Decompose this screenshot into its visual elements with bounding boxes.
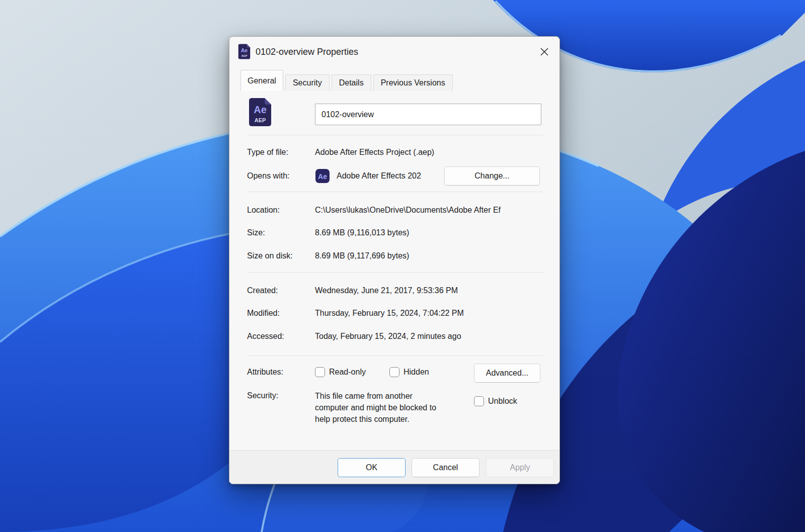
size-on-disk-value: 8.69 MB (9,117,696 bytes) — [315, 251, 409, 260]
type-of-file-value: Adobe After Effects Project (.aep) — [315, 148, 434, 157]
hidden-label: Hidden — [404, 368, 429, 377]
size-label: Size: — [247, 228, 265, 237]
aep-file-icon-large: Ae AEP — [249, 98, 272, 127]
created-value: Wednesday, June 21, 2017, 9:53:36 PM — [315, 286, 458, 295]
hidden-checkbox[interactable] — [389, 367, 399, 377]
modified-value: Thursday, February 15, 2024, 7:04:22 PM — [315, 309, 464, 318]
security-warning-text: This file came from another computer and… — [315, 390, 481, 425]
filename-input[interactable] — [315, 104, 541, 125]
tab-general[interactable]: General — [240, 70, 283, 91]
after-effects-app-icon: Ae — [315, 168, 330, 184]
change-button[interactable]: Change... — [444, 166, 540, 186]
modified-label: Modified: — [247, 309, 280, 318]
attributes-label: Attributes: — [247, 368, 283, 377]
general-tab-page: Ae AEP Type of file: Adobe After Effects… — [229, 37, 559, 484]
opens-with-value: Adobe After Effects 202 — [337, 171, 443, 181]
size-value: 8.69 MB (9,116,013 bytes) — [315, 228, 409, 237]
unblock-checkbox[interactable] — [474, 396, 484, 406]
aep-badge-text: Ae — [254, 104, 267, 115]
size-on-disk-label: Size on disk: — [247, 251, 293, 260]
type-of-file-label: Type of file: — [247, 148, 288, 157]
read-only-label: Read-only — [329, 368, 366, 377]
apply-button[interactable]: Apply — [486, 458, 554, 477]
read-only-checkbox[interactable] — [315, 367, 325, 377]
cancel-button[interactable]: Cancel — [412, 458, 479, 477]
accessed-label: Accessed: — [247, 332, 284, 341]
separator — [247, 135, 543, 135]
app-badge-text: Ae — [318, 172, 327, 181]
location-value: C:\Users\lukas\OneDrive\Documents\Adobe … — [315, 206, 543, 215]
properties-dialog: Ae AEP 0102-overview Properties General … — [229, 36, 560, 484]
separator — [247, 356, 543, 356]
separator — [247, 192, 543, 192]
separator — [247, 272, 543, 273]
opens-with-label: Opens with: — [247, 171, 289, 181]
aep-extension-text: AEP — [255, 117, 266, 123]
accessed-value: Today, February 15, 2024, 2 minutes ago — [315, 332, 461, 341]
created-label: Created: — [247, 286, 278, 295]
dialog-footer: OK Cancel Apply — [229, 450, 559, 484]
security-label: Security: — [247, 391, 278, 400]
advanced-button[interactable]: Advanced... — [474, 364, 540, 383]
ok-button[interactable]: OK — [338, 458, 406, 477]
unblock-label: Unblock — [488, 397, 517, 406]
location-label: Location: — [247, 206, 280, 215]
